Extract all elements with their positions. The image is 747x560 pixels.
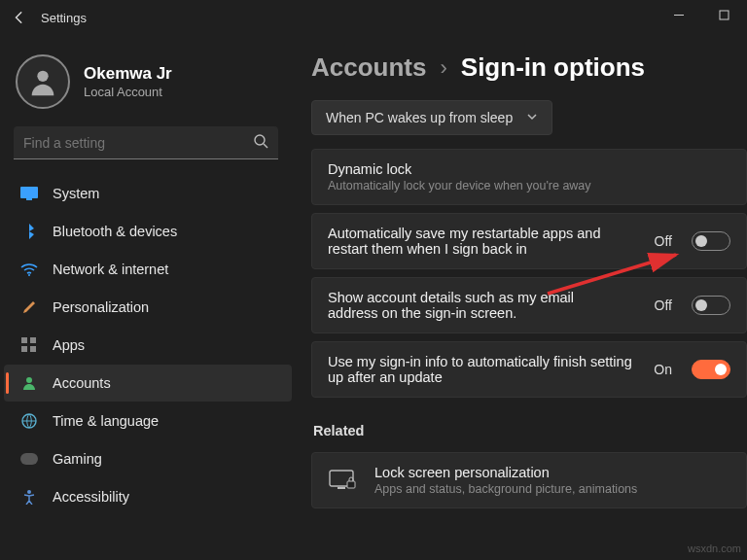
breadcrumb-root[interactable]: Accounts	[311, 52, 426, 83]
nav-label: Time & language	[53, 413, 159, 429]
apps-icon	[19, 335, 39, 355]
svg-point-15	[27, 490, 31, 494]
nav-bluetooth[interactable]: Bluetooth & devices	[4, 213, 292, 250]
row-account-details: Show account details such as my email ad…	[311, 277, 747, 333]
window-controls	[658, 0, 747, 31]
person-icon	[19, 373, 39, 393]
svg-point-2	[37, 71, 48, 82]
search-box[interactable]	[14, 126, 278, 159]
svg-rect-11	[30, 346, 36, 352]
toggle-account-details[interactable]	[692, 296, 730, 315]
wifi-icon	[19, 260, 39, 279]
gaming-icon	[19, 449, 39, 469]
row-restartable-apps: Automatically save my restartable apps a…	[311, 213, 747, 269]
row-subtitle: Automatically lock your device when you'…	[328, 179, 730, 192]
nav-label: Network & internet	[53, 262, 168, 277]
svg-rect-1	[720, 11, 729, 19]
toggle-state: On	[654, 362, 672, 377]
nav-time[interactable]: Time & language	[4, 402, 292, 439]
search-icon	[253, 133, 268, 153]
svg-rect-14	[20, 453, 38, 465]
nav-network[interactable]: Network & internet	[4, 251, 292, 288]
svg-rect-9	[30, 337, 36, 343]
globe-icon	[19, 411, 39, 431]
wake-dropdown[interactable]: When PC wakes up from sleep	[311, 100, 552, 135]
toggle-state: Off	[655, 233, 672, 249]
nav-apps[interactable]: Apps	[4, 327, 292, 364]
svg-line-4	[264, 144, 267, 148]
content-area: Accounts › Sign-in options When PC wakes…	[292, 35, 747, 560]
nav-accounts[interactable]: Accounts	[4, 365, 292, 402]
nav-list: System Bluetooth & devices Network & int…	[0, 175, 292, 515]
maximize-button[interactable]	[702, 0, 747, 31]
nav-gaming[interactable]: Gaming	[4, 440, 292, 477]
minimize-button[interactable]	[658, 0, 702, 31]
svg-point-3	[255, 135, 265, 145]
svg-rect-6	[26, 198, 32, 200]
user-name: Okemwa Jr	[84, 64, 172, 84]
chevron-down-icon	[526, 110, 538, 125]
row-lock-screen[interactable]: Lock screen personalization Apps and sta…	[311, 452, 747, 508]
row-title: Dynamic lock	[328, 161, 730, 177]
monitor-lock-icon	[328, 469, 357, 492]
sidebar: Okemwa Jr Local Account System Bluetooth…	[0, 35, 292, 560]
row-title: Lock screen personalization	[374, 465, 730, 480]
nav-accessibility[interactable]: Accessibility	[4, 478, 292, 515]
profile-block[interactable]: Okemwa Jr Local Account	[0, 45, 292, 126]
breadcrumb: Accounts › Sign-in options	[311, 52, 747, 83]
chevron-right-icon: ›	[440, 55, 446, 81]
nav-label: System	[53, 186, 99, 201]
svg-point-7	[28, 274, 30, 276]
window-title: Settings	[41, 11, 87, 25]
user-type: Local Account	[84, 85, 172, 99]
accessibility-icon	[19, 487, 39, 507]
svg-point-12	[26, 377, 32, 383]
svg-rect-5	[20, 187, 38, 198]
nav-label: Personalization	[53, 299, 149, 315]
toggle-signin-info[interactable]	[692, 360, 730, 379]
nav-label: Apps	[53, 337, 85, 353]
row-signin-info: Use my sign-in info to automatically fin…	[311, 341, 747, 398]
back-button[interactable]	[8, 6, 31, 29]
svg-rect-10	[21, 346, 27, 352]
svg-rect-17	[338, 487, 345, 489]
svg-rect-18	[347, 481, 355, 488]
search-input[interactable]	[23, 135, 253, 151]
svg-rect-8	[21, 337, 27, 343]
row-subtitle: Apps and status, background picture, ani…	[374, 482, 730, 496]
page-title: Sign-in options	[461, 52, 645, 83]
display-icon	[19, 184, 39, 203]
watermark: wsxdn.com	[688, 542, 741, 554]
bluetooth-icon	[19, 222, 39, 241]
nav-label: Accounts	[53, 375, 111, 391]
toggle-restartable[interactable]	[692, 231, 730, 251]
avatar	[16, 54, 70, 109]
brush-icon	[19, 298, 39, 317]
svg-rect-0	[674, 15, 684, 16]
nav-label: Accessibility	[53, 489, 129, 505]
row-title: Show account details such as my email ad…	[328, 290, 620, 321]
row-title: Automatically save my restartable apps a…	[328, 226, 620, 257]
nav-personalization[interactable]: Personalization	[4, 289, 292, 326]
row-title: Use my sign-in info to automatically fin…	[328, 354, 638, 385]
nav-label: Gaming	[53, 451, 102, 467]
titlebar: Settings	[0, 0, 747, 35]
related-heading: Related	[313, 423, 747, 438]
row-dynamic-lock[interactable]: Dynamic lock Automatically lock your dev…	[311, 149, 747, 205]
nav-label: Bluetooth & devices	[53, 224, 177, 239]
toggle-state: Off	[655, 298, 672, 313]
nav-system[interactable]: System	[4, 175, 292, 212]
dropdown-label: When PC wakes up from sleep	[326, 110, 513, 125]
